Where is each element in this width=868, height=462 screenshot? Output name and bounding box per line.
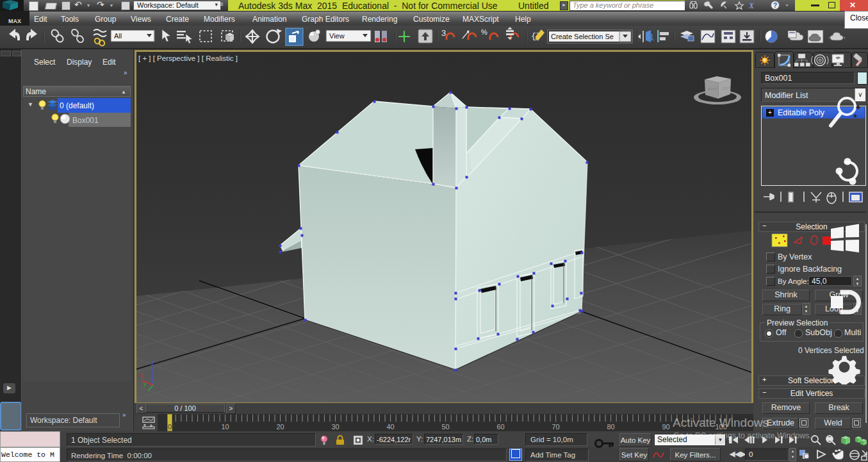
svg-text:10: 10 (221, 423, 229, 431)
svg-text:Create Selection Se: Create Selection Se (551, 33, 614, 40)
svg-text:BACK: BACK (708, 87, 717, 91)
svg-text:20: 20 (276, 423, 284, 431)
svg-text:30: 30 (331, 423, 339, 431)
svg-text:1: 1 (649, 31, 654, 42)
svg-text:90: 90 (662, 423, 669, 431)
svg-text:?: ? (773, 2, 777, 9)
svg-text:[ + ] [ Perspective ] [ Realis: [ + ] [ Perspective ] [ Realistic ] (138, 54, 238, 62)
svg-text:%: % (481, 28, 487, 36)
svg-text:All: All (114, 32, 122, 40)
svg-text:3: 3 (441, 28, 446, 38)
svg-text:70: 70 (552, 423, 559, 431)
svg-text:LEFT: LEFT (722, 87, 731, 90)
svg-text:Z: Z (151, 360, 155, 367)
svg-text:80: 80 (607, 423, 614, 431)
svg-text:50: 50 (441, 423, 449, 431)
svg-text:X: X (748, 1, 755, 10)
svg-text:y: y (143, 381, 147, 387)
svg-text:x: x (140, 372, 143, 379)
svg-text:View: View (329, 32, 345, 40)
svg-text:40: 40 (386, 423, 394, 431)
svg-text:60: 60 (496, 423, 504, 431)
